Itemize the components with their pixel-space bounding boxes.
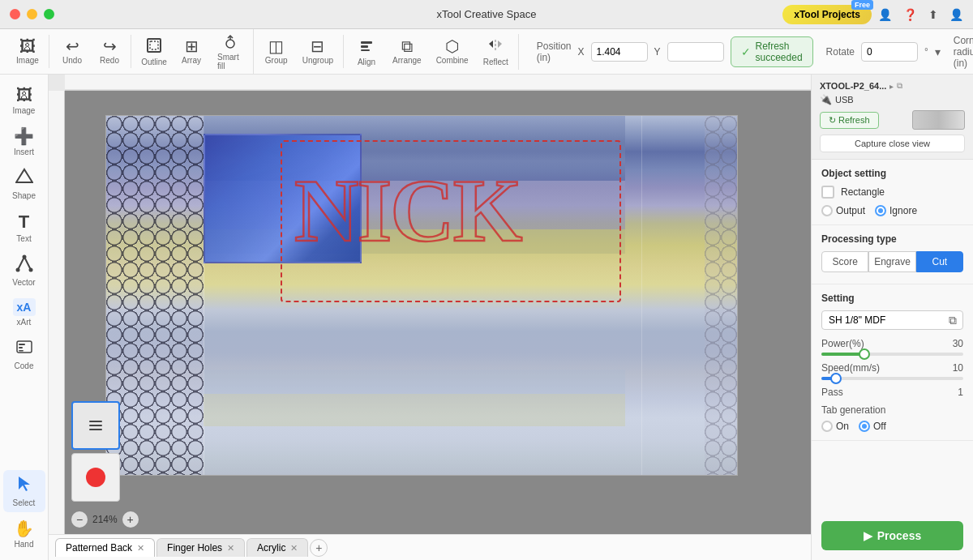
xtool-projects-button[interactable]: xTool Projects Free [782, 5, 872, 24]
svg-marker-6 [16, 169, 32, 182]
y-position-input[interactable] [667, 42, 724, 62]
rotate-unit: ° [924, 46, 928, 58]
tab-acrylic[interactable]: Acrylic ✕ [246, 538, 308, 557]
cut-button[interactable]: Cut [916, 251, 963, 272]
sidebar-item-text[interactable]: T Text [3, 207, 45, 248]
pass-value: 1 [958, 387, 963, 398]
score-button[interactable]: Score [821, 251, 868, 272]
rectangle-checkbox[interactable] [821, 186, 834, 199]
code-sidebar-icon [15, 338, 33, 360]
ruler-top [65, 75, 811, 91]
rotate-input[interactable] [861, 42, 918, 62]
add-tab-button[interactable]: + [310, 539, 328, 557]
on-radio[interactable] [821, 421, 833, 432]
thumb-list[interactable] [71, 401, 120, 450]
array-tool[interactable]: ⊞ Array [174, 35, 209, 68]
rotate-dropdown[interactable]: ▾ [935, 45, 941, 58]
sidebar-item-xart[interactable]: xA xArt [3, 293, 45, 331]
speed-slider[interactable] [821, 377, 963, 380]
copy-icon[interactable]: ⧉ [897, 81, 902, 91]
tab-gen-off[interactable]: Off [859, 421, 886, 432]
power-slider-row: Power(%) 30 [821, 338, 963, 356]
thumb-red[interactable] [71, 453, 120, 502]
x-position-input[interactable] [591, 42, 648, 62]
zoom-out-button[interactable]: − [71, 511, 88, 528]
sidebar-item-image[interactable]: 🖼 Image [3, 81, 45, 120]
off-radio[interactable] [859, 421, 870, 432]
sidebar-item-hand[interactable]: ✋ Hand [3, 514, 45, 554]
device-section: XTOOL-P2_64... ▸ ⧉ 🔌 USB ↻ Refresh Captu… [812, 75, 973, 160]
speed-thumb[interactable] [830, 373, 842, 384]
svg-point-7 [15, 268, 19, 272]
processing-buttons: Score Engrave Cut [821, 251, 963, 272]
ignore-radio[interactable] [875, 205, 886, 216]
group-tool[interactable]: ◫ Group [259, 35, 294, 68]
settings-icon[interactable]: 👤 [949, 8, 963, 21]
zoom-in-button[interactable]: + [122, 511, 139, 528]
tab-gen-on[interactable]: On [821, 421, 849, 432]
sidebar-item-select[interactable]: Select [3, 470, 45, 512]
array-icon: ⊞ [185, 38, 199, 54]
reflect-tool[interactable]: Reflect [477, 34, 515, 70]
expand-icon[interactable]: ▸ [889, 82, 894, 91]
refresh-status: ✓ Refresh succeeded [731, 36, 813, 67]
capture-button[interactable]: Capture close view [820, 135, 965, 152]
setting-section: Setting SH 1/8" MDF ⧉ Power(%) 30 Sp [812, 284, 973, 441]
combine-tool[interactable]: ⬡ Combine [430, 35, 475, 68]
sidebar-item-vector[interactable]: Vector [3, 250, 45, 292]
ignore-radio-item[interactable]: Ignore [875, 205, 917, 216]
setting-copy-icon[interactable]: ⧉ [949, 314, 957, 327]
sidebar-item-shape[interactable]: Shape [3, 163, 45, 205]
output-radio-item[interactable]: Output [821, 205, 865, 216]
redo-tool[interactable]: ↪ Redo [92, 35, 127, 68]
canvas-viewport[interactable]: NICK [65, 91, 811, 534]
power-slider[interactable] [821, 353, 963, 356]
close-tab-acrylic[interactable]: ✕ [290, 543, 298, 554]
zoom-level: 214% [92, 514, 118, 525]
pass-row: Pass 1 [821, 387, 963, 398]
align-tool[interactable]: Align [349, 34, 384, 70]
shape-sidebar-icon [15, 168, 33, 190]
tab-patterned-back[interactable]: Patterned Back ✕ [55, 538, 155, 557]
image-tool[interactable]: 🖼 Image [10, 35, 45, 68]
refresh-device-button[interactable]: ↻ Refresh [820, 112, 879, 129]
outline-tool[interactable]: Outline [136, 34, 172, 70]
close-tab-finger[interactable]: ✕ [227, 543, 234, 554]
upgrade-icon[interactable]: ⬆ [928, 8, 938, 21]
right-panel: XTOOL-P2_64... ▸ ⧉ 🔌 USB ↻ Refresh Captu… [811, 75, 973, 560]
image-icon: 🖼 [19, 38, 36, 54]
maximize-button[interactable] [44, 9, 54, 19]
setting-select[interactable]: SH 1/8" MDF [821, 310, 963, 330]
outline-icon [146, 37, 162, 56]
svg-rect-3 [361, 41, 372, 44]
account-icon[interactable]: 👤 [878, 8, 892, 21]
help-icon[interactable]: ❓ [903, 8, 917, 21]
sidebar-item-insert[interactable]: ➕ Insert [3, 122, 45, 161]
device-controls-row: ↻ Refresh [820, 110, 965, 130]
undo-tool[interactable]: ↩ Undo [54, 35, 90, 68]
app-title: xTool Creative Space [437, 8, 537, 20]
power-thumb[interactable] [859, 348, 870, 360]
ungroup-tool[interactable]: ⊟ Ungroup [296, 35, 340, 68]
close-button[interactable] [10, 9, 20, 19]
svg-point-8 [28, 268, 32, 272]
tab-finger-holes[interactable]: Finger Holes ✕ [156, 538, 245, 557]
sidebar-item-code[interactable]: Code [3, 333, 45, 375]
material-surface: NICK [105, 115, 738, 476]
minimize-button[interactable] [27, 9, 37, 19]
engrave-button[interactable]: Engrave [868, 251, 915, 272]
usb-icon: 🔌 [820, 94, 832, 105]
tool-group-image: 🖼 Image [6, 35, 49, 68]
process-button[interactable]: ▶ Process [821, 521, 963, 550]
svg-rect-5 [361, 49, 370, 51]
insert-sidebar-icon: ➕ [14, 126, 34, 146]
pass-label: Pass [821, 387, 843, 398]
process-icon: ▶ [864, 529, 872, 542]
nick-text-container: NICK [281, 140, 621, 302]
band2 [204, 370, 625, 394]
close-tab-patterned[interactable]: ✕ [137, 543, 144, 554]
output-radio[interactable] [821, 205, 833, 216]
smartfill-tool[interactable]: Smart fill [211, 29, 250, 74]
arrange-tool[interactable]: ⧉ Arrange [386, 35, 428, 68]
text-sidebar-icon: T [19, 212, 29, 233]
